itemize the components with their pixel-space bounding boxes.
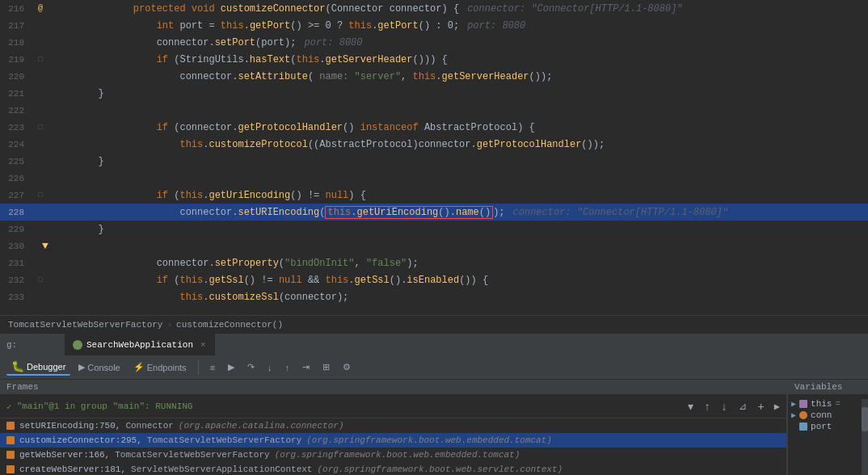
editor-tab-search-web[interactable]: SearchWebApplication ×: [65, 334, 215, 355]
console-icon: ▶: [78, 362, 85, 372]
var-expand-icon: ▶: [791, 399, 796, 409]
line-gutter-216: @: [32, 4, 48, 13]
editor-tab-label: SearchWebApplication: [86, 340, 193, 350]
frame-package-label: (org.springframework.boot.web.embedded.t…: [306, 435, 552, 445]
frames-filter-btn[interactable]: ⊿: [735, 399, 750, 414]
line-gutter-223: □: [32, 124, 48, 132]
frames-panel: Frames ✓ "main"@1 in group "main": RUNNI…: [0, 380, 787, 475]
list-view-btn[interactable]: ≡: [205, 361, 220, 374]
var-class-icon: [799, 400, 807, 408]
variables-panel-header: Variables: [788, 380, 868, 395]
line-content-229: }: [48, 224, 860, 235]
code-line-224: 224 this.customizeProtocol((AbstractProt…: [0, 136, 868, 153]
line-number: 232: [0, 275, 32, 285]
console-tab-btn[interactable]: ▶ Console: [74, 360, 124, 374]
line-number: 217: [0, 21, 32, 31]
method-icon: [6, 422, 15, 430]
step-into-icon: ↓: [268, 363, 272, 372]
line-number: 227: [0, 191, 32, 200]
frame-item-customizeConnector[interactable]: customizeConnector:295, TomcatServletWeb…: [0, 433, 786, 448]
line-number: 233: [0, 292, 32, 302]
method-icon: [6, 436, 15, 444]
evaluate-btn[interactable]: ⊞: [318, 360, 335, 374]
endpoints-tab-label: Endpoints: [147, 363, 187, 372]
line-gutter-232: □: [32, 276, 48, 284]
frame-method-label: createWebServer:181,: [19, 464, 126, 474]
step-into-btn[interactable]: ↓: [263, 361, 277, 374]
line-gutter-219: □: [32, 56, 48, 64]
variables-scrollbar-thumb[interactable]: [862, 407, 868, 431]
line-number: 218: [0, 38, 32, 48]
code-lines: 216 @ protected void customizeConnector(…: [0, 0, 868, 305]
step-over-btn[interactable]: ↷: [242, 360, 259, 374]
step-out-btn[interactable]: ↑: [280, 361, 295, 374]
line-number: 228: [0, 208, 32, 217]
debugger-content: Frames ✓ "main"@1 in group "main": RUNNI…: [0, 380, 868, 475]
frame-item-getWebServer[interactable]: getWebServer:166, TomcatServletWebServer…: [0, 448, 786, 462]
frames-up-btn[interactable]: ↑: [702, 398, 714, 414]
var-equals: =: [835, 399, 841, 409]
line-number: 221: [0, 89, 32, 99]
frame-item-setURIEncoding[interactable]: setURIEncoding:750, Connector (org.apach…: [0, 418, 786, 433]
console-tab-label: Console: [87, 363, 120, 372]
frames-down-btn[interactable]: ↓: [718, 398, 731, 414]
thread-label: "main"@1 in group "main": RUNNING: [17, 401, 680, 411]
var-expand-icon: ▶: [791, 422, 796, 431]
var-int-icon: [799, 422, 807, 431]
tab-run-icon: [73, 340, 82, 350]
var-name-port: port: [811, 422, 832, 431]
toolbar-separator: [198, 360, 199, 375]
run-cursor-icon: ⇥: [302, 362, 310, 372]
code-line-225: 225 }: [0, 153, 868, 170]
frame-package-label: (org.springframework.boot.web.embedded.t…: [275, 450, 520, 460]
variable-this: ▶ this =: [791, 398, 865, 410]
settings-btn[interactable]: ⚙: [338, 360, 356, 374]
frame-method-label: setURIEncoding:750,: [19, 421, 120, 431]
var-circle-icon: [799, 411, 807, 419]
method-icon: [6, 451, 15, 459]
debugger-toolbar: 🐛 Debugger ▶ Console ⚡ Endpoints ≡ ▶ ↷ ↓…: [0, 355, 868, 380]
add-variable-btn[interactable]: +: [755, 398, 768, 414]
resume-btn[interactable]: ▶: [223, 360, 239, 374]
thread-running-indicator: ✓: [6, 401, 12, 412]
editor-tab-bar: g: SearchWebApplication ×: [0, 333, 868, 355]
variables-content: ▶ this = ▶ conn ▶ port: [788, 395, 868, 475]
variables-scrollbar-track[interactable]: [862, 399, 868, 475]
line-content-233: this.customizeSsl(connector);: [48, 280, 860, 314]
line-number: 230: [0, 242, 32, 251]
var-expand-icon: ▶: [791, 410, 796, 420]
execution-arrow: ▼: [42, 240, 48, 252]
variable-port: ▶ port: [791, 421, 865, 432]
step-over-icon: ↷: [247, 362, 255, 372]
line-number: 231: [0, 259, 32, 268]
code-line-229: 229 }: [0, 221, 868, 238]
thread-selector-row: ✓ "main"@1 in group "main": RUNNING ▾ ↑ …: [0, 395, 786, 418]
frames-header-label: Frames: [6, 382, 39, 392]
method-icon: [6, 465, 15, 473]
debugger-section: 🐛 Debugger ▶ Console ⚡ Endpoints ≡ ▶ ↷ ↓…: [0, 355, 868, 475]
endpoints-icon: ⚡: [133, 362, 145, 372]
frame-method-label: customizeConnector:295,: [19, 435, 142, 445]
line-number: 219: [0, 55, 32, 65]
frames-panel-header: Frames: [0, 380, 786, 395]
line-number: 229: [0, 225, 32, 234]
frame-class-label: ServletWebServerApplicationContext: [131, 464, 312, 474]
step-out-icon: ↑: [285, 363, 290, 372]
bug-icon: 🐛: [11, 360, 24, 372]
line-number: 224: [0, 140, 32, 149]
line-number: 216: [0, 4, 32, 14]
line-number: 220: [0, 72, 32, 82]
frame-class-label: TomcatServletWebServerFactory: [147, 435, 301, 445]
endpoints-tab-btn[interactable]: ⚡ Endpoints: [129, 360, 192, 374]
run-to-cursor-btn[interactable]: ⇥: [297, 360, 314, 374]
resume-icon: ▶: [228, 362, 234, 372]
editor-tab-close[interactable]: ×: [200, 340, 206, 350]
settings-icon: ⚙: [343, 362, 351, 372]
debugger-tab-btn[interactable]: 🐛 Debugger: [6, 359, 70, 376]
thread-dropdown-btn[interactable]: ▾: [685, 398, 697, 414]
code-line-220: 220 connector.setAttribute( name: "serve…: [0, 68, 868, 85]
breadcrumb-sep: ›: [166, 320, 172, 330]
frame-item-createWebServer[interactable]: createWebServer:181, ServletWebServerApp…: [0, 462, 786, 475]
code-line-233: 233 this.customizeSsl(connector);: [0, 288, 868, 305]
frame-method-label: getWebServer:166,: [19, 450, 110, 460]
